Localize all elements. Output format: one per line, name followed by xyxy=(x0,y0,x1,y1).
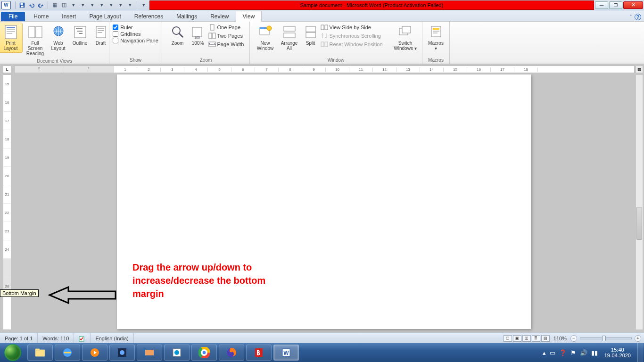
document-page[interactable]: Drag the arrow up/down to increase/decre… xyxy=(117,74,531,329)
qat-icon-5[interactable]: ▾ xyxy=(89,1,96,9)
view-outline-icon[interactable]: ≣ xyxy=(532,335,540,342)
tray-help-icon[interactable]: ❓ xyxy=(559,349,567,356)
tab-references[interactable]: References xyxy=(128,11,170,21)
view-draft-icon[interactable]: ▤ xyxy=(541,335,550,342)
redo-icon[interactable] xyxy=(37,1,45,9)
switch-windows-button[interactable]: Switch Windows ▾ xyxy=(392,23,419,53)
qat-icon-7[interactable]: ▾ xyxy=(107,1,115,9)
svg-rect-43 xyxy=(433,33,438,33)
task-firefox[interactable] xyxy=(219,345,244,361)
tab-mailings[interactable]: Mailings xyxy=(170,11,204,21)
group-label-window: Window xyxy=(253,57,419,64)
quick-access-toolbar: ▦ ◫ ▾ ▾ ▾ ▾ ▾ ▾ ▾ ▾ xyxy=(12,1,149,9)
task-explorer[interactable] xyxy=(27,345,53,361)
task-app-2[interactable] xyxy=(137,345,162,361)
tab-review[interactable]: Review xyxy=(204,11,235,21)
qat-icon-9[interactable]: ▾ xyxy=(126,1,134,9)
new-window-button[interactable]: New Window xyxy=(254,23,277,53)
ruler-toggle-button[interactable]: ▦ xyxy=(636,66,643,73)
draft-button[interactable]: Draft xyxy=(91,23,110,48)
arrange-all-label: Arrange All xyxy=(280,41,299,51)
task-wmp[interactable] xyxy=(82,345,107,361)
page-status[interactable]: Page: 1 of 1 xyxy=(0,333,38,343)
ruler-checkbox[interactable]: Ruler xyxy=(113,25,158,30)
task-app-3[interactable] xyxy=(164,345,190,361)
hundred-pct-button[interactable]: 100 100% xyxy=(189,23,207,48)
split-button[interactable]: Split xyxy=(302,23,320,48)
zoom-label: Zoom xyxy=(172,41,184,46)
tray-battery-icon[interactable]: ▭ xyxy=(550,349,555,356)
print-layout-button[interactable]: Print Layout xyxy=(0,23,23,53)
vertical-scrollbar[interactable] xyxy=(636,74,643,330)
task-word[interactable]: W xyxy=(273,345,299,361)
tab-home[interactable]: Home xyxy=(27,11,55,21)
tab-insert[interactable]: Insert xyxy=(55,11,83,21)
horizontal-ruler[interactable]: 2 1 1 2 3 4 5 6 7 8 9 10 11 12 13 14 15 … xyxy=(14,66,635,73)
qat-icon-8[interactable]: ▾ xyxy=(117,1,124,9)
word-count[interactable]: Words: 110 xyxy=(38,333,74,343)
zoom-button[interactable]: Zoom xyxy=(168,23,188,48)
zoom-slider[interactable] xyxy=(580,337,632,339)
ruler-checkbox-input[interactable] xyxy=(113,25,118,30)
start-button[interactable] xyxy=(0,343,25,362)
word-app-icon: W xyxy=(1,1,11,9)
qat-customize-icon[interactable]: ▾ xyxy=(140,1,148,9)
qat-icon-6[interactable]: ▾ xyxy=(98,1,106,9)
proofing-status[interactable] xyxy=(74,333,91,343)
web-layout-button[interactable]: Web Layout xyxy=(48,23,69,53)
minimize-ribbon-icon[interactable]: ˆ xyxy=(630,14,632,20)
macros-button[interactable]: Macros▾ xyxy=(425,23,447,53)
restore-button[interactable]: ❐ xyxy=(609,1,622,9)
view-print-layout-icon[interactable]: ▢ xyxy=(504,335,512,342)
help-icon[interactable]: ? xyxy=(635,14,641,20)
zoom-in-button[interactable]: + xyxy=(635,335,641,342)
qat-icon-4[interactable]: ▾ xyxy=(79,1,87,9)
svg-rect-23 xyxy=(210,25,214,30)
full-screen-reading-button[interactable]: Full Screen Reading xyxy=(24,23,47,58)
minimize-button[interactable]: — xyxy=(595,1,608,9)
two-pages-button[interactable]: Two Pages xyxy=(208,32,244,40)
tray-volume-icon[interactable]: 🔊 xyxy=(580,349,587,356)
view-side-by-side-button[interactable]: View Side by Side xyxy=(321,24,391,31)
close-button[interactable]: ✕ xyxy=(623,1,643,9)
qat-icon-3[interactable]: ▾ xyxy=(70,1,77,9)
outline-button[interactable]: Outline xyxy=(70,23,91,48)
view-full-screen-icon[interactable]: ▣ xyxy=(513,335,521,342)
one-page-button[interactable]: One Page xyxy=(208,24,244,31)
navigation-pane-checkbox[interactable]: Navigation Pane xyxy=(113,38,158,43)
save-icon[interactable] xyxy=(18,1,26,9)
gridlines-checkbox-input[interactable] xyxy=(113,31,118,37)
arrange-all-button[interactable]: Arrange All xyxy=(278,23,301,53)
language-status[interactable]: English (India) xyxy=(91,333,133,343)
draft-label: Draft xyxy=(96,41,106,46)
tray-clock[interactable]: 15:40 19-04-2020 xyxy=(602,347,634,358)
navigation-pane-checkbox-input[interactable] xyxy=(113,38,118,43)
qat-icon-1[interactable]: ▦ xyxy=(51,1,58,9)
show-desktop-button[interactable] xyxy=(637,343,643,362)
zoom-slider-thumb[interactable] xyxy=(602,336,606,341)
tray-network-icon[interactable]: ▮▮ xyxy=(591,349,598,356)
tab-view[interactable]: View xyxy=(236,11,262,22)
zoom-out-button[interactable]: − xyxy=(570,335,577,342)
file-tab[interactable]: File xyxy=(1,12,25,21)
window-controls: — ❐ ✕ xyxy=(594,1,644,9)
undo-icon[interactable] xyxy=(28,1,35,9)
gridlines-checkbox[interactable]: Gridlines xyxy=(113,31,158,37)
zoom-percent[interactable]: 110% xyxy=(551,336,570,341)
macros-label: Macros▾ xyxy=(428,41,444,51)
tray-flag-icon[interactable]: ⚑ xyxy=(570,349,576,356)
full-screen-reading-label: Full Screen Reading xyxy=(25,41,46,56)
svg-rect-16 xyxy=(98,28,104,29)
task-chrome[interactable] xyxy=(191,345,217,361)
view-web-icon[interactable]: ◫ xyxy=(522,335,531,342)
task-ie[interactable] xyxy=(55,345,80,361)
scrollbar-thumb[interactable] xyxy=(636,207,642,240)
tray-up-icon[interactable]: ▴ xyxy=(543,349,546,356)
tab-selector[interactable]: L xyxy=(3,66,11,73)
tab-page-layout[interactable]: Page Layout xyxy=(83,11,127,21)
task-app-1[interactable] xyxy=(109,345,135,361)
qat-icon-2[interactable]: ◫ xyxy=(60,1,68,9)
page-width-button[interactable]: Page Width xyxy=(208,41,244,48)
hundred-pct-label: 100% xyxy=(192,41,204,46)
task-acrobat[interactable] xyxy=(246,345,272,361)
